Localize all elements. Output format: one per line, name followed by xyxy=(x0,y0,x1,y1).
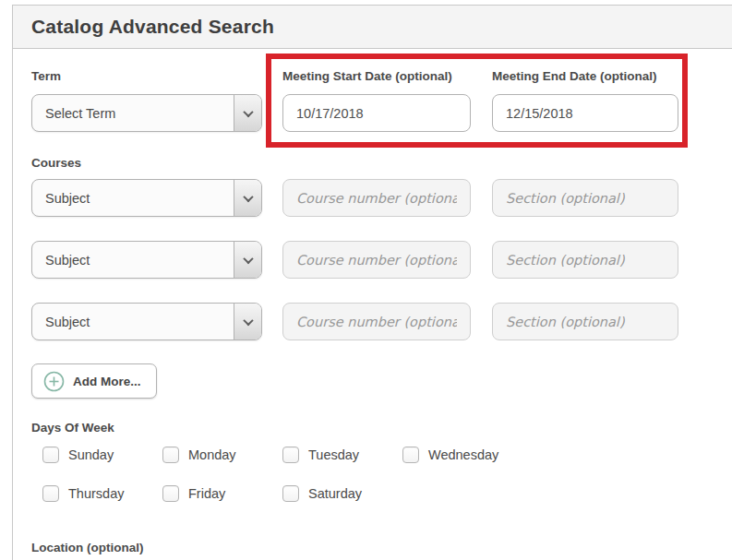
advanced-search-panel: Catalog Advanced Search Term Meeting Sta… xyxy=(12,5,732,560)
subject-select-1[interactable]: Subject xyxy=(31,179,262,217)
friday-checkbox[interactable] xyxy=(162,485,179,502)
section-input-1[interactable] xyxy=(492,179,678,217)
chevron-down-icon xyxy=(234,242,261,278)
term-label: Term xyxy=(31,69,262,83)
meeting-end-date-label: Meeting End Date (optional) xyxy=(492,69,678,83)
tuesday-label: Tuesday xyxy=(308,447,359,462)
location-label: Location (optional) xyxy=(31,541,732,554)
day-item-tuesday: Tuesday xyxy=(282,447,402,463)
days-row-2: Thursday Friday Saturday xyxy=(42,485,732,502)
chevron-down-icon xyxy=(234,180,261,216)
tuesday-checkbox[interactable] xyxy=(282,447,299,463)
term-dates-fields-row: Select Term xyxy=(31,94,732,132)
course-row-1: Subject xyxy=(31,179,732,217)
days-of-week-label: Days Of Week xyxy=(31,421,732,435)
plus-circle-icon xyxy=(43,371,65,392)
add-more-label: Add More... xyxy=(73,375,141,388)
wednesday-label: Wednesday xyxy=(428,447,498,462)
meeting-start-date-label: Meeting Start Date (optional) xyxy=(282,69,471,83)
day-item-sunday: Sunday xyxy=(42,447,162,463)
subject-select-value: Subject xyxy=(32,191,234,206)
subject-select-3[interactable]: Subject xyxy=(31,303,262,340)
subject-select-value: Subject xyxy=(32,315,234,329)
panel-header: Catalog Advanced Search xyxy=(13,6,732,49)
course-row-3: Subject xyxy=(31,303,732,340)
subject-select-2[interactable]: Subject xyxy=(31,241,262,279)
courses-label: Courses xyxy=(31,156,732,170)
term-select[interactable]: Select Term xyxy=(31,94,262,132)
meeting-end-date-input[interactable] xyxy=(492,94,678,132)
wednesday-checkbox[interactable] xyxy=(402,447,419,463)
saturday-label: Saturday xyxy=(308,486,362,501)
page-title: Catalog Advanced Search xyxy=(31,16,274,38)
day-item-friday: Friday xyxy=(162,485,282,502)
chevron-down-icon xyxy=(234,95,261,131)
section-input-3[interactable] xyxy=(492,303,678,340)
sunday-checkbox[interactable] xyxy=(42,447,59,463)
thursday-label: Thursday xyxy=(68,486,124,501)
monday-label: Monday xyxy=(188,447,236,462)
subject-select-value: Subject xyxy=(32,253,234,268)
sunday-label: Sunday xyxy=(68,447,114,462)
days-of-week-group: Sunday Monday Tuesday Wednesday xyxy=(42,447,732,502)
add-more-button[interactable]: Add More... xyxy=(31,363,157,399)
friday-label: Friday xyxy=(188,486,225,501)
day-item-monday: Monday xyxy=(162,447,282,463)
course-row-2: Subject xyxy=(31,241,732,279)
day-item-saturday: Saturday xyxy=(282,485,402,502)
saturday-checkbox[interactable] xyxy=(282,485,299,502)
day-item-thursday: Thursday xyxy=(42,485,162,502)
term-dates-labels-row: Term Meeting Start Date (optional) Meeti… xyxy=(31,69,732,94)
monday-checkbox[interactable] xyxy=(162,447,179,463)
term-select-value: Select Term xyxy=(32,106,234,121)
meeting-start-date-input[interactable] xyxy=(282,94,471,132)
thursday-checkbox[interactable] xyxy=(42,485,59,502)
day-item-wednesday: Wednesday xyxy=(402,447,498,463)
days-row-1: Sunday Monday Tuesday Wednesday xyxy=(42,447,732,463)
course-number-input-3[interactable] xyxy=(282,303,471,340)
chevron-down-icon xyxy=(234,304,261,340)
panel-body: Term Meeting Start Date (optional) Meeti… xyxy=(13,49,732,560)
course-number-input-1[interactable] xyxy=(282,179,471,217)
course-number-input-2[interactable] xyxy=(282,241,471,279)
section-input-2[interactable] xyxy=(492,241,678,279)
